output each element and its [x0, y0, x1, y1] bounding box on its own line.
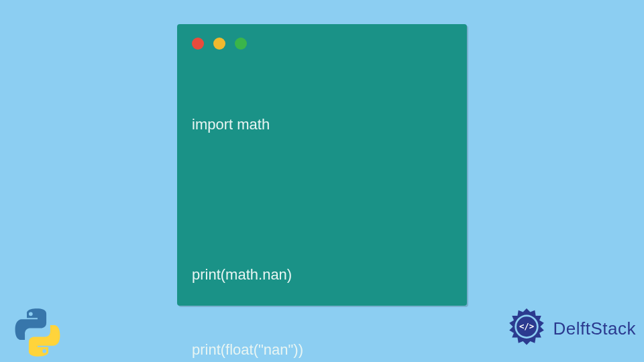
code-body: import math print(math.nan) print(float(…	[177, 56, 467, 362]
python-logo-icon	[11, 306, 64, 359]
delftstack-logo-icon: </>	[504, 306, 549, 351]
minimize-icon	[213, 38, 225, 50]
code-line: import math	[192, 112, 452, 137]
close-icon	[192, 38, 204, 50]
code-line: print(math.nan)	[192, 262, 452, 287]
svg-text:</>: </>	[519, 322, 533, 331]
window-controls	[177, 24, 467, 56]
code-window: import math print(math.nan) print(float(…	[177, 24, 467, 306]
maximize-icon	[235, 38, 247, 50]
delftstack-branding: </> DelftStack	[504, 306, 637, 351]
code-line: print(float("nan"))	[192, 337, 452, 362]
brand-name: DelftStack	[553, 318, 637, 339]
code-line	[192, 187, 452, 212]
